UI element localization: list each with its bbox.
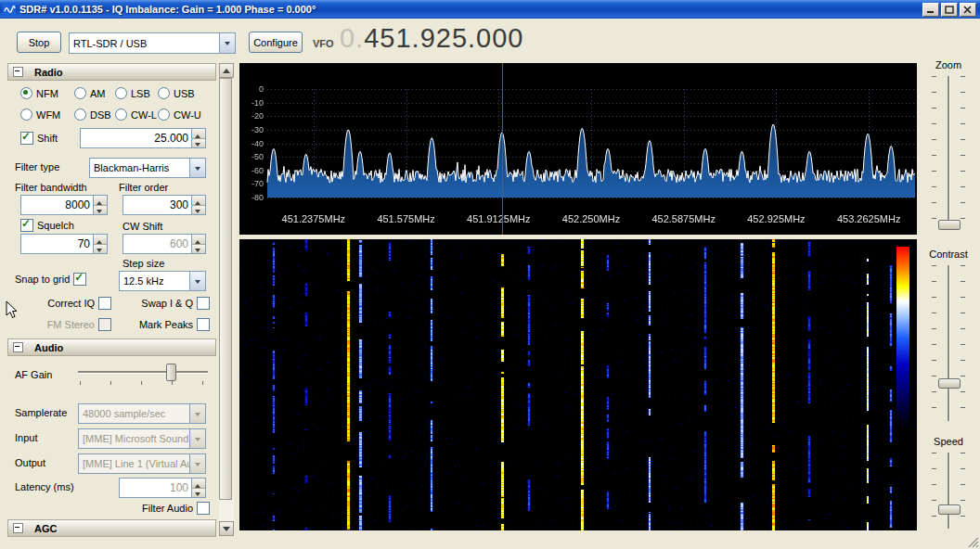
device-select[interactable]: RTL-SDR / USB bbox=[69, 32, 236, 54]
contrast-label: Contrast bbox=[917, 249, 980, 260]
step-size-select[interactable]: 12.5 kHz bbox=[119, 271, 206, 291]
frequency-tick-label: 451.575MHz bbox=[365, 213, 448, 224]
step-size-value: 12.5 kHz bbox=[120, 275, 189, 287]
checkbox-icon bbox=[20, 132, 33, 145]
dropdown-arrow-icon[interactable] bbox=[219, 33, 235, 53]
mode-radio-cwl[interactable]: CW-L bbox=[115, 109, 157, 121]
sidebar-scrollbar[interactable] bbox=[219, 63, 234, 536]
spinner-up-icon[interactable] bbox=[94, 235, 107, 245]
shift-input[interactable]: 25.000 bbox=[80, 128, 206, 148]
audio-panel-header[interactable]: Audio bbox=[7, 338, 216, 356]
scroll-down-icon[interactable] bbox=[219, 521, 234, 536]
spinner-down-icon[interactable] bbox=[94, 245, 107, 254]
mode-radio-lsb[interactable]: LSB bbox=[115, 87, 150, 99]
frequency-value: 451.925.000 bbox=[364, 23, 523, 53]
speed-thumb[interactable] bbox=[938, 504, 961, 515]
collapse-minus-icon[interactable] bbox=[13, 523, 23, 533]
stop-button[interactable]: Stop bbox=[17, 32, 61, 53]
mark-peaks-checkbox[interactable]: Mark Peaks bbox=[117, 318, 210, 331]
spinner-up-icon[interactable] bbox=[94, 196, 107, 206]
contrast-slider[interactable] bbox=[930, 263, 967, 423]
correct-iq-checkbox[interactable]: Correct IQ bbox=[15, 297, 111, 310]
checkbox-icon bbox=[98, 318, 111, 331]
window-title: SDR# v1.0.0.1135 - IQ Imbalance: Gain = … bbox=[19, 4, 316, 15]
latency-spinner bbox=[191, 479, 205, 497]
collapse-minus-icon[interactable] bbox=[13, 342, 23, 352]
dropdown-arrow-icon[interactable] bbox=[189, 272, 205, 290]
mode-radio-nfm[interactable]: NFM bbox=[20, 87, 58, 99]
slider-track[interactable] bbox=[948, 76, 950, 228]
waterfall-display[interactable] bbox=[239, 239, 917, 530]
filter-order-value: 300 bbox=[123, 198, 191, 211]
mode-radio-am[interactable]: AM bbox=[74, 87, 106, 99]
audio-input-select: [MME] Microsoft Sound bbox=[78, 428, 206, 449]
mode-radio-dsb[interactable]: DSB bbox=[74, 109, 111, 121]
radio-dot-icon bbox=[74, 87, 86, 99]
filter-bandwidth-value: 8000 bbox=[21, 198, 93, 211]
filter-order-input[interactable]: 300 bbox=[122, 195, 206, 215]
contrast-thumb[interactable] bbox=[938, 378, 961, 389]
checkbox-icon bbox=[20, 219, 33, 232]
radio-dot-icon bbox=[158, 109, 170, 121]
shift-spinner[interactable] bbox=[191, 129, 205, 147]
slider-track[interactable] bbox=[78, 371, 208, 374]
waterfall-canvas[interactable] bbox=[239, 239, 917, 530]
shift-checkbox[interactable]: Shift bbox=[20, 132, 58, 145]
squelch-checkbox[interactable]: Squelch bbox=[20, 219, 74, 232]
spinner-down-icon[interactable] bbox=[192, 206, 205, 215]
collapse-minus-icon[interactable] bbox=[13, 67, 23, 77]
cw-shift-label: CW Shift bbox=[122, 221, 162, 232]
af-gain-thumb[interactable] bbox=[166, 364, 176, 381]
zoom-thumb[interactable] bbox=[938, 220, 961, 230]
frequency-display[interactable]: 0.451.925.000 bbox=[340, 23, 523, 60]
sdrsharp-window: SDR# v1.0.0.1135 - IQ Imbalance: Gain = … bbox=[0, 0, 980, 549]
filter-bandwidth-spinner[interactable] bbox=[93, 196, 107, 214]
display-settings-rail: Zoom Contrast Speed bbox=[917, 0, 980, 549]
filter-order-spinner[interactable] bbox=[191, 196, 205, 214]
filter-bandwidth-input[interactable]: 8000 bbox=[20, 195, 108, 215]
frequency-tick-label: 452.250MHz bbox=[549, 213, 633, 224]
dropdown-arrow-icon[interactable] bbox=[189, 159, 205, 177]
mode-radio-usb[interactable]: USB bbox=[158, 87, 195, 99]
spectrum-canvas[interactable] bbox=[239, 63, 917, 235]
af-gain-slider[interactable] bbox=[78, 362, 208, 386]
dropdown-arrow-icon bbox=[189, 404, 205, 423]
audio-output-select: [MME] Line 1 (Virtual Au bbox=[78, 453, 206, 474]
squelch-spinner[interactable] bbox=[93, 235, 107, 253]
db-tick-label: -70 bbox=[239, 179, 264, 188]
resize-grip[interactable] bbox=[967, 536, 979, 548]
db-tick-label: -60 bbox=[239, 166, 264, 175]
slider-ticks bbox=[961, 76, 965, 228]
spinner-down-icon bbox=[192, 245, 205, 254]
filter-audio-checkbox[interactable]: Filter Audio bbox=[113, 502, 210, 515]
filter-type-select[interactable]: Blackman-Harris bbox=[89, 158, 206, 178]
agc-panel-header[interactable]: AGC bbox=[7, 519, 216, 537]
scrollbar-thumb[interactable] bbox=[219, 78, 232, 500]
samplerate-label: Samplerate bbox=[15, 407, 67, 418]
speed-slider[interactable] bbox=[930, 451, 967, 530]
radio-panel-title: Radio bbox=[34, 67, 63, 78]
mode-radio-wfm[interactable]: WFM bbox=[20, 109, 60, 121]
spinner-up-icon[interactable] bbox=[192, 196, 205, 206]
cw-shift-spinner bbox=[191, 235, 205, 253]
spinner-down-icon[interactable] bbox=[94, 206, 107, 215]
spinner-down-icon[interactable] bbox=[192, 139, 205, 148]
cw-shift-input: 600 bbox=[122, 234, 206, 254]
slider-track[interactable] bbox=[948, 265, 950, 421]
swap-iq-checkbox[interactable]: Swap I & Q bbox=[117, 297, 210, 310]
slider-track[interactable] bbox=[948, 453, 950, 529]
scroll-up-icon[interactable] bbox=[219, 63, 234, 78]
spectrum-display[interactable]: 0-10-20-30-40-50-60-70-80451.2375MHz451.… bbox=[239, 63, 917, 235]
radio-panel-header[interactable]: Radio bbox=[7, 63, 216, 81]
configure-button[interactable]: Configure bbox=[249, 32, 303, 53]
slider-ticks bbox=[932, 76, 936, 228]
squelch-input[interactable]: 70 bbox=[20, 234, 108, 254]
mode-radio-cwu[interactable]: CW-U bbox=[158, 109, 201, 121]
db-tick-label: -20 bbox=[239, 111, 264, 121]
zoom-slider[interactable] bbox=[930, 74, 967, 230]
frequency-tick-label: 453.2625MHz bbox=[827, 213, 910, 224]
speed-label: Speed bbox=[917, 436, 980, 447]
snap-to-grid-checkbox[interactable]: Snap to grid bbox=[15, 273, 86, 286]
spinner-up-icon bbox=[192, 235, 205, 245]
spinner-up-icon[interactable] bbox=[192, 129, 205, 139]
